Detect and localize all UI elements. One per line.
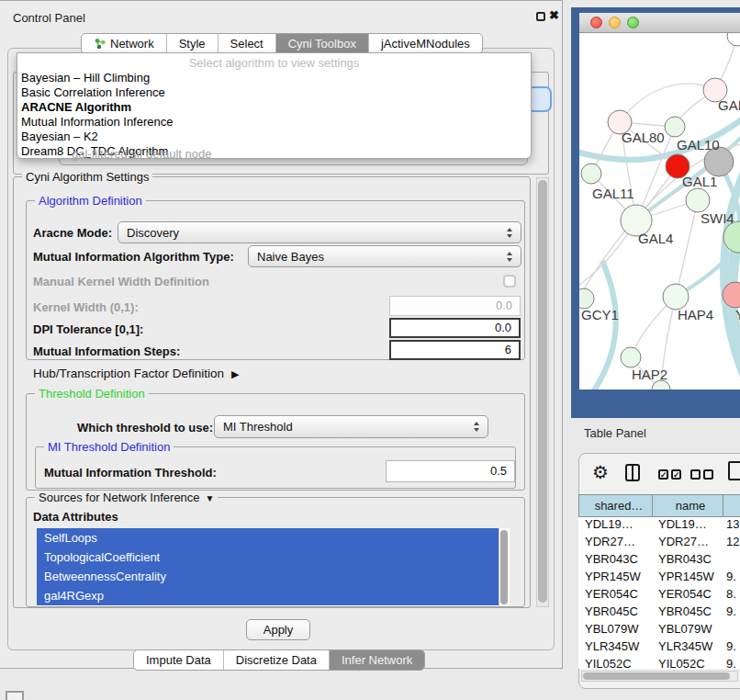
algorithm-option-bayesian-k2[interactable]: Bayesian – K2 [17,130,531,144]
apply-button[interactable]: Apply [246,619,310,640]
network-node[interactable] [665,117,685,137]
network-window-titlebar[interactable] [579,13,740,33]
data-attributes-list: SelfLoopsTopologicalCoefficientBetweenne… [37,528,499,606]
which-threshold-select[interactable]: MI Threshold [214,415,488,438]
table-row[interactable]: YPR145WYPR145W9. [578,570,740,587]
table-horizontal-scrollbar-thumb[interactable] [583,672,730,680]
network-node[interactable] [579,288,594,309]
column-header-2[interactable] [723,495,740,516]
stepper-arrows-icon [474,422,479,432]
node-label: GAL80 [622,130,665,145]
stepper-arrows-icon [507,252,512,262]
column-header-shared-[interactable]: shared… [578,495,653,516]
algorithm-option-mutual-information-inference[interactable]: Mutual Information Inference [17,115,531,130]
hub-definition-toggle[interactable]: Hub/Transcription Factor Definition▶ [33,367,240,380]
kernel-width-field[interactable]: 0.0 [389,296,521,316]
table-cell: YBR045C [653,604,723,622]
sources-group-toggle[interactable]: Sources for Network Inference▼ [35,491,218,504]
tab-jactivemnodules[interactable]: jActiveMNodules [368,34,482,53]
close-icon[interactable]: ✖ [549,8,559,22]
table-row[interactable]: YER054CYER054C8. [578,587,740,604]
table-cell: 8. [723,587,740,604]
gear-icon[interactable]: ⚙ [592,461,609,483]
split-view-icon[interactable] [625,464,640,481]
table-row[interactable]: YDR27…YDR27…12 [578,535,740,552]
manual-kernel-width-checkbox[interactable] [503,275,516,288]
network-node[interactable] [686,188,710,212]
tab-label: Network [110,34,154,53]
tab-cyni-toolbox[interactable]: Cyni Toolbox [275,34,368,53]
network-node[interactable] [727,33,740,46]
tab-style[interactable]: Style [166,34,218,53]
table-row[interactable]: YBL079WYBL079W [578,622,740,639]
tab-select[interactable]: Select [218,34,275,53]
attribute-item-betweennesscentrality[interactable]: BetweennessCentrality [37,567,499,586]
tab-infer-network[interactable]: Infer Network [329,650,424,670]
attribute-item-topologicalcoefficient[interactable]: TopologicalCoefficient [37,548,499,567]
table-panel-title: Table Panel [584,426,646,440]
close-traffic-light-icon[interactable] [590,17,602,28]
network-node[interactable] [621,347,641,367]
which-threshold-value: MI Threshold [223,420,293,434]
settings-scrollbar-thumb[interactable] [538,180,547,603]
tab-discretize-data[interactable]: Discretize Data [223,650,329,670]
unchecked-checkbox-icon[interactable] [690,469,701,480]
page-icon[interactable] [728,461,740,480]
checked-checkbox-icon[interactable]: ✓ [658,469,668,480]
sources-group-title: Sources for Network Inference [39,491,200,504]
tab-impute-data[interactable]: Impute Data [134,650,223,670]
table-header-row: shared…name [578,494,740,517]
node-label: HAP4 [678,307,713,322]
table-row[interactable]: YBR045CYBR045C9. [578,604,740,622]
table-cell: YDL19… [578,517,653,535]
manual-kernel-width-label: Manual Kernel Width Definition [33,275,209,288]
table-cell: YIL052C [653,657,723,669]
attribute-item-gal4rgexp[interactable]: gal4RGexp [37,586,499,605]
table-cell: YBL079W [578,622,653,639]
checked-checkbox-icon[interactable]: ✓ [671,469,681,480]
table-cell: 13 [723,517,740,535]
table-cell [723,622,740,639]
attribute-item-selfloops[interactable]: SelfLoops [37,528,499,548]
table-row[interactable]: YDL19…YDL19…13 [578,517,740,535]
network-node[interactable] [663,284,689,310]
mi-algorithm-type-value: Naive Bayes [257,250,324,264]
table-cell: YBR043C [578,552,653,570]
table-cell: YDL19… [653,517,723,535]
cyni-settings-group-title: Cyni Algorithm Settings [22,170,152,184]
table-row[interactable]: YBR043CYBR043C [578,552,740,570]
algorithm-option-aracne-algorithm[interactable]: ARACNE Algorithm [17,100,531,115]
dpi-tolerance-field[interactable]: 0.0 [389,318,521,338]
unchecked-checkbox-icon[interactable] [703,469,713,480]
table-row[interactable]: YIL052CYIL052C9. [578,657,740,669]
algorithm-option-bayesian-hill-climbing[interactable]: Bayesian – Hill Climbing [17,71,531,85]
chevron-right-icon: ▶ [231,368,239,380]
network-canvas[interactable]: GALGAL80GAL10GAL1GAL11SWI4GAL4GCY1HAP4YH… [579,33,740,390]
zoom-traffic-light-icon[interactable] [627,17,639,28]
table-body: YDL19…YDL19…13YDR27…YDR27…12YBR043CYBR04… [578,517,740,669]
table-cell: YBR043C [653,552,723,570]
tab-label: Discretize Data [236,650,317,670]
minimize-traffic-light-icon[interactable] [609,17,621,28]
algorithm-option-basic-correlation-inference[interactable]: Basic Correlation Inference [17,85,531,100]
kernel-width-label: Kernel Width (0,1): [33,300,139,314]
column-header-name[interactable]: name [653,495,723,516]
mi-steps-field[interactable]: 6 [389,340,521,360]
chevron-down-icon: ▼ [206,493,215,503]
table-row[interactable]: YLR345WYLR345W9. [578,639,740,657]
hub-definition-label: Hub/Transcription Factor Definition [33,367,224,380]
tab-network[interactable]: Network [82,34,166,53]
aracne-mode-select[interactable]: Discovery [118,221,521,243]
mi-threshold-field[interactable]: 0.5 [386,460,515,482]
attributes-list-scrollbar-thumb[interactable] [500,530,508,604]
tab-label: Impute Data [146,650,211,670]
mi-algorithm-type-select[interactable]: Naive Bayes [248,245,521,267]
mi-steps-label: Mutual Information Steps: [33,344,180,358]
float-window-icon[interactable] [536,12,545,21]
network-icon [94,38,106,50]
dock-mini-icon[interactable] [6,691,24,700]
tab-label: Style [179,34,206,53]
node-label: Y [735,307,740,322]
node-label: GAL [718,97,740,113]
network-node[interactable] [581,164,601,184]
